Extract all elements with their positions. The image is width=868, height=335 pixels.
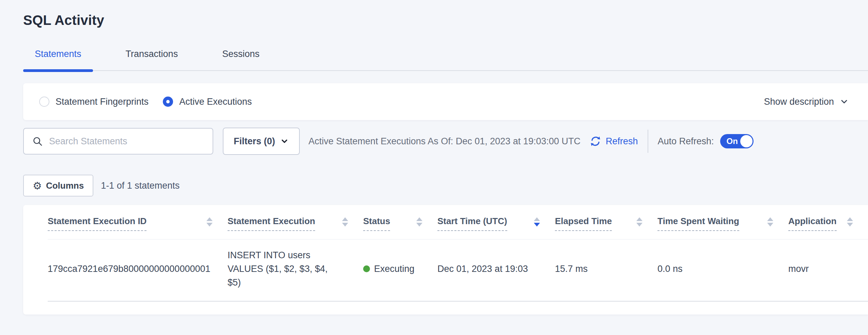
search-icon (32, 136, 43, 147)
tab-statements[interactable]: Statements (23, 48, 93, 70)
cell-application: movr (788, 264, 868, 274)
sort-arrows-icon[interactable] (636, 215, 642, 227)
filters-button[interactable]: Filters (0) (223, 128, 300, 155)
table-header-row: Statement Execution ID Statement Executi… (48, 205, 868, 239)
radio-active-executions[interactable]: Active Executions (163, 97, 252, 107)
search-input[interactable] (49, 136, 206, 147)
column-header-status[interactable]: Status (363, 215, 437, 231)
cell-execution-id[interactable]: 179cca7921e679b80000000000000001 (48, 264, 228, 274)
toggle-state-label: On (727, 136, 738, 146)
toggle-knob[interactable] (740, 135, 753, 147)
filters-label: Filters (0) (234, 136, 275, 147)
status-dot-icon (363, 265, 370, 272)
sort-arrows-icon[interactable] (206, 215, 213, 227)
radio-label: Statement Fingerprints (56, 97, 149, 107)
radio-label: Active Executions (179, 97, 252, 107)
statements-table: Statement Execution ID Statement Executi… (23, 205, 868, 315)
sort-arrows-icon[interactable] (534, 215, 540, 227)
sort-arrows-icon[interactable] (342, 215, 348, 227)
radio-selected-icon[interactable] (163, 97, 173, 107)
sort-arrows-icon[interactable] (416, 215, 422, 227)
show-description-label: Show description (764, 97, 834, 107)
column-header-application[interactable]: Application (788, 215, 868, 231)
refresh-button[interactable]: Refresh (589, 135, 638, 147)
refresh-label: Refresh (606, 136, 638, 147)
vertical-divider (648, 130, 648, 153)
show-description-toggle[interactable]: Show description (764, 97, 849, 107)
cell-status: Executing (363, 264, 437, 274)
columns-button[interactable]: ⚙ Columns (23, 175, 93, 196)
table-row[interactable]: 179cca7921e679b80000000000000001 INSERT … (48, 239, 868, 302)
radio-statement-fingerprints[interactable]: Statement Fingerprints (39, 97, 149, 107)
result-count: 1-1 of 1 statements (101, 180, 180, 191)
cell-statement[interactable]: INSERT INTO users VALUES ($1, $2, $3, $4… (228, 248, 345, 289)
tab-bar: Statements Transactions Sessions (23, 48, 868, 71)
refresh-icon (589, 135, 602, 147)
controls-row: Filters (0) Active Statement Executions … (23, 128, 868, 155)
cell-start-time: Dec 01, 2023 at 19:03 (437, 264, 555, 274)
tab-transactions[interactable]: Transactions (114, 48, 190, 70)
column-header-start-time[interactable]: Start Time (UTC) (437, 215, 555, 231)
sql-activity-page: SQL Activity Statements Transactions Ses… (0, 12, 868, 335)
column-header-time-spent-waiting[interactable]: Time Spent Waiting (657, 215, 788, 231)
chevron-down-icon (280, 137, 289, 146)
auto-refresh-label: Auto Refresh: (658, 136, 714, 147)
auto-refresh-toggle[interactable]: On (720, 134, 754, 148)
search-box[interactable] (23, 128, 213, 155)
column-header-elapsed-time[interactable]: Elapsed Time (555, 215, 657, 231)
columns-label: Columns (46, 180, 84, 191)
sort-arrows-icon[interactable] (767, 215, 773, 227)
column-header-statement-execution[interactable]: Statement Execution (228, 215, 363, 231)
view-mode-card: Statement Fingerprints Active Executions… (23, 83, 868, 120)
tab-sessions[interactable]: Sessions (211, 48, 271, 70)
cell-elapsed-time: 15.7 ms (555, 264, 657, 274)
column-header-statement-execution-id[interactable]: Statement Execution ID (48, 215, 228, 231)
as-of-timestamp: Active Statement Executions As Of: Dec 0… (309, 136, 580, 147)
results-bar: ⚙ Columns 1-1 of 1 statements (23, 175, 868, 196)
page-title: SQL Activity (23, 12, 868, 29)
radio-unselected-icon[interactable] (39, 97, 49, 107)
cell-time-spent-waiting: 0.0 ns (657, 264, 788, 274)
chevron-down-icon (839, 97, 849, 106)
sort-arrows-icon[interactable] (847, 215, 853, 227)
gear-icon: ⚙ (33, 180, 42, 192)
status-label: Executing (374, 264, 415, 274)
